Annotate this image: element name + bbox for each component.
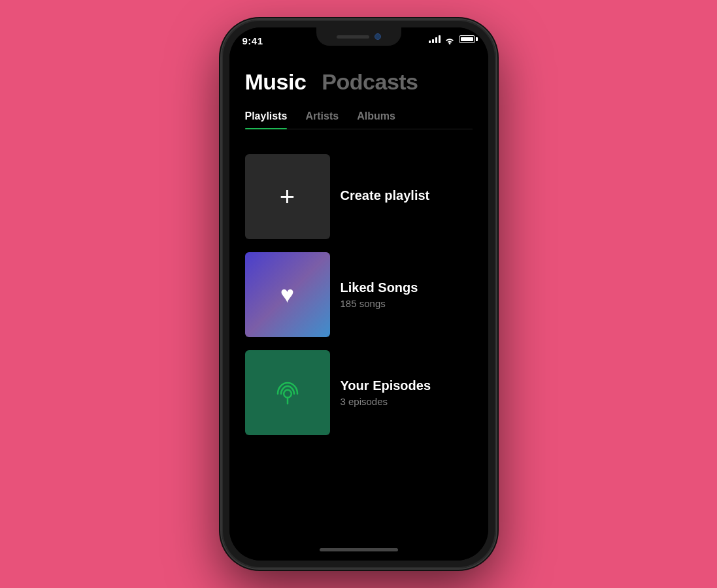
phone-screen: 9:41 <box>229 27 488 561</box>
episodes-subtitle: 3 episodes <box>341 396 473 407</box>
podcast-icon <box>271 376 304 409</box>
status-bar: 9:41 <box>229 27 488 56</box>
status-time: 9:41 <box>242 35 263 46</box>
svg-point-0 <box>448 42 450 44</box>
liked-subtitle: 185 songs <box>341 298 473 309</box>
liked-info: Liked Songs 185 songs <box>341 280 473 309</box>
episodes-thumb <box>245 350 330 435</box>
notch-camera <box>375 33 381 40</box>
playlist-list: + Create playlist ♥ Liked Songs 185 song… <box>245 148 473 442</box>
main-tabs: Music Podcasts <box>245 69 473 95</box>
signal-icon <box>429 35 441 43</box>
phone-wrapper: 9:41 <box>222 20 496 568</box>
wifi-icon <box>444 35 455 43</box>
tab-podcasts[interactable]: Podcasts <box>322 69 418 95</box>
power-button <box>496 137 499 176</box>
home-indicator <box>320 548 398 551</box>
screen-content: Music Podcasts Playlists Artists Albums <box>229 56 488 538</box>
create-thumb: + <box>245 154 330 239</box>
tab-artists[interactable]: Artists <box>305 110 339 129</box>
bottom-bar <box>229 538 488 561</box>
episodes-title: Your Episodes <box>341 378 473 393</box>
list-item-liked[interactable]: ♥ Liked Songs 185 songs <box>245 246 473 344</box>
notch <box>316 27 401 46</box>
silent-button <box>219 91 222 110</box>
liked-title: Liked Songs <box>341 280 473 295</box>
plus-icon: + <box>280 184 295 210</box>
svg-point-1 <box>284 390 292 398</box>
tab-playlists[interactable]: Playlists <box>245 110 288 129</box>
liked-thumb: ♥ <box>245 252 330 337</box>
heart-icon: ♥ <box>280 281 294 308</box>
episodes-info: Your Episodes 3 episodes <box>341 378 473 407</box>
list-item-create[interactable]: + Create playlist <box>245 148 473 246</box>
notch-speaker <box>337 35 369 39</box>
tab-albums[interactable]: Albums <box>357 110 395 129</box>
status-icons <box>429 35 475 43</box>
battery-icon <box>459 35 475 43</box>
tab-music[interactable]: Music <box>245 69 307 95</box>
create-info: Create playlist <box>341 188 473 206</box>
volume-up-button <box>219 124 222 149</box>
create-title: Create playlist <box>341 188 473 203</box>
list-item-episodes[interactable]: Your Episodes 3 episodes <box>245 344 473 442</box>
sub-tabs: Playlists Artists Albums <box>245 110 473 129</box>
volume-down-button <box>219 157 222 182</box>
